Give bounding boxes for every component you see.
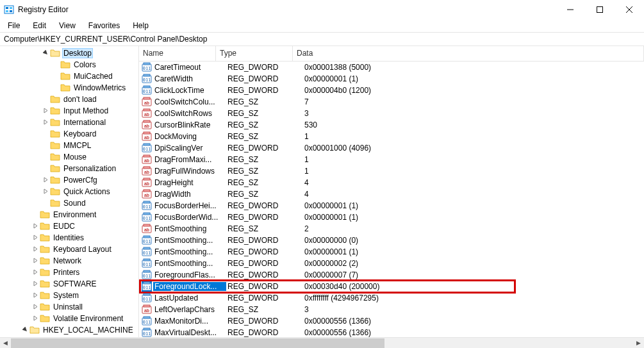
value-row[interactable]: 011FocusBorderHei...REG_DWORD0x00000001 …: [139, 200, 644, 211]
value-row[interactable]: 011ClickLockTimeREG_DWORD0x000004b0 (120…: [139, 85, 644, 96]
value-row[interactable]: 011LastUpdatedREG_DWORD0xffffffff (42949…: [139, 292, 644, 304]
tree-item[interactable]: EUDC: [0, 220, 138, 232]
expand-icon[interactable]: [41, 177, 50, 184]
value-row[interactable]: abDragWidthREG_SZ4: [139, 188, 644, 200]
svg-rect-59: [144, 247, 150, 249]
expand-icon[interactable]: [31, 223, 40, 230]
value-row[interactable]: 011MaxVirtualDeskt...REG_DWORD0x00000556…: [139, 327, 644, 337]
value-data: 0x00000001 (1): [303, 201, 644, 210]
value-row[interactable]: 011CaretTimeoutREG_DWORD0x00001388 (5000…: [139, 62, 644, 73]
tree-item[interactable]: HKEY_LOCAL_MACHINE: [0, 324, 138, 336]
scroll-left-icon[interactable]: ◀: [0, 338, 11, 349]
list-body[interactable]: 011CaretTimeoutREG_DWORD0x00001388 (5000…: [139, 62, 644, 337]
value-row[interactable]: abLeftOverlapCharsREG_SZ3: [139, 304, 644, 315]
close-button[interactable]: [615, 0, 644, 19]
expand-icon[interactable]: [31, 304, 40, 311]
tree-item[interactable]: Desktop: [0, 47, 138, 59]
value-name: FocusBorderHei...: [153, 201, 226, 210]
expand-icon[interactable]: [31, 281, 40, 288]
titlebar[interactable]: Registry Editor: [0, 0, 644, 19]
column-header-data[interactable]: Data: [293, 46, 644, 61]
value-row[interactable]: 011ForegroundLock...REG_DWORD0x00030d40 …: [139, 281, 644, 292]
value-row[interactable]: abDragHeightREG_SZ4: [139, 177, 644, 188]
value-row[interactable]: 011FontSmoothing...REG_DWORD0x00000000 (…: [139, 235, 644, 246]
tree-item-label: Input Method: [62, 106, 110, 115]
menu-favorites[interactable]: Favorites: [83, 20, 125, 31]
expand-icon[interactable]: [31, 246, 40, 253]
tree-item[interactable]: don't load: [0, 94, 138, 105]
value-row[interactable]: 011CaretWidthREG_DWORD0x00000001 (1): [139, 73, 644, 85]
tree-item[interactable]: WindowMetrics: [0, 82, 138, 94]
column-header-name[interactable]: Name: [139, 46, 216, 61]
folder-icon: [50, 164, 60, 173]
value-name: DragFullWindows: [153, 167, 226, 176]
tree-item[interactable]: Input Method: [0, 105, 138, 117]
value-row[interactable]: 011FocusBorderWid...REG_DWORD0x00000001 …: [139, 211, 644, 223]
tree-item[interactable]: Volatile Environment: [0, 313, 138, 324]
value-row[interactable]: abFontSmoothingREG_SZ2: [139, 223, 644, 235]
value-name: DragWidth: [153, 190, 226, 199]
tree-item[interactable]: MuiCached: [0, 70, 138, 82]
collapse-icon[interactable]: [41, 50, 50, 57]
value-row[interactable]: abCoolSwitchColu...REG_SZ7: [139, 96, 644, 108]
expand-icon[interactable]: [41, 108, 50, 115]
menu-help[interactable]: Help: [128, 20, 154, 31]
tree-item[interactable]: Environment: [0, 209, 138, 220]
tree-item[interactable]: Personalization: [0, 163, 138, 174]
value-row[interactable]: abDockMovingREG_SZ1: [139, 131, 644, 142]
maximize-button[interactable]: [585, 0, 615, 19]
menu-edit[interactable]: Edit: [28, 20, 51, 31]
value-data: 0x000004b0 (1200): [303, 86, 644, 95]
tree-item[interactable]: Keyboard: [0, 128, 138, 140]
tree-item[interactable]: MMCPL: [0, 140, 138, 151]
menu-view[interactable]: View: [54, 20, 81, 31]
minimize-button[interactable]: [556, 0, 585, 19]
folder-icon: [50, 153, 60, 162]
scroll-right-icon[interactable]: ▶: [633, 338, 644, 349]
tree-item[interactable]: Quick Actions: [0, 186, 138, 197]
value-row[interactable]: 011MaxMonitorDi...REG_DWORD0x00000556 (1…: [139, 315, 644, 327]
tree-item-label: SOFTWARE: [52, 279, 98, 288]
horizontal-scrollbar[interactable]: ◀ ▶: [0, 337, 644, 348]
value-row[interactable]: 011FontSmoothing...REG_DWORD0x00000002 (…: [139, 258, 644, 269]
value-name: FontSmoothing: [153, 224, 226, 233]
tree-item[interactable]: SOFTWARE: [0, 278, 138, 290]
tree-pane[interactable]: DesktopColorsMuiCachedWindowMetricsdon't…: [0, 46, 139, 337]
value-name: ForegroundLock...: [153, 282, 226, 291]
value-row[interactable]: abCursorBlinkRateREG_SZ530: [139, 119, 644, 131]
expand-icon[interactable]: [41, 188, 50, 195]
scroll-track[interactable]: [11, 338, 633, 349]
expand-icon[interactable]: [31, 315, 40, 322]
value-row[interactable]: 011ForegroundFlas...REG_DWORD0x00000007 …: [139, 269, 644, 281]
tree-item[interactable]: Network: [0, 255, 138, 267]
expand-icon[interactable]: [41, 119, 50, 126]
value-name: DragHeight: [153, 178, 226, 187]
tree-item[interactable]: System: [0, 290, 138, 301]
expand-icon[interactable]: [31, 235, 40, 242]
menu-file[interactable]: File: [3, 20, 25, 31]
expand-icon[interactable]: [31, 292, 40, 299]
tree-item[interactable]: Identities: [0, 232, 138, 244]
tree-item[interactable]: Sound: [0, 197, 138, 209]
tree-item[interactable]: Mouse: [0, 151, 138, 163]
column-header-type[interactable]: Type: [216, 46, 293, 61]
tree-item[interactable]: International: [0, 117, 138, 128]
value-row[interactable]: abDragFullWindowsREG_SZ1: [139, 165, 644, 177]
tree-item[interactable]: Keyboard Layout: [0, 244, 138, 255]
scroll-thumb[interactable]: [11, 338, 384, 348]
tree-item[interactable]: Colors: [0, 59, 138, 70]
value-row[interactable]: 011DpiScalingVerREG_DWORD0x00001000 (409…: [139, 142, 644, 154]
expand-icon[interactable]: [31, 269, 40, 276]
value-row[interactable]: abDragFromMaxi...REG_SZ1: [139, 154, 644, 165]
address-input[interactable]: [3, 33, 641, 45]
value-row[interactable]: abCoolSwitchRowsREG_SZ3: [139, 108, 644, 119]
tree-item[interactable]: PowerCfg: [0, 174, 138, 186]
tree-item[interactable]: Printers: [0, 267, 138, 278]
value-row[interactable]: 011FontSmoothing...REG_DWORD0x00000001 (…: [139, 246, 644, 258]
expand-icon[interactable]: [31, 258, 40, 265]
tree-item[interactable]: Uninstall: [0, 301, 138, 313]
binary-value-icon: 011: [142, 235, 152, 245]
svg-rect-17: [144, 86, 150, 88]
collapse-icon[interactable]: [21, 327, 29, 334]
svg-text:ab: ab: [144, 181, 149, 186]
